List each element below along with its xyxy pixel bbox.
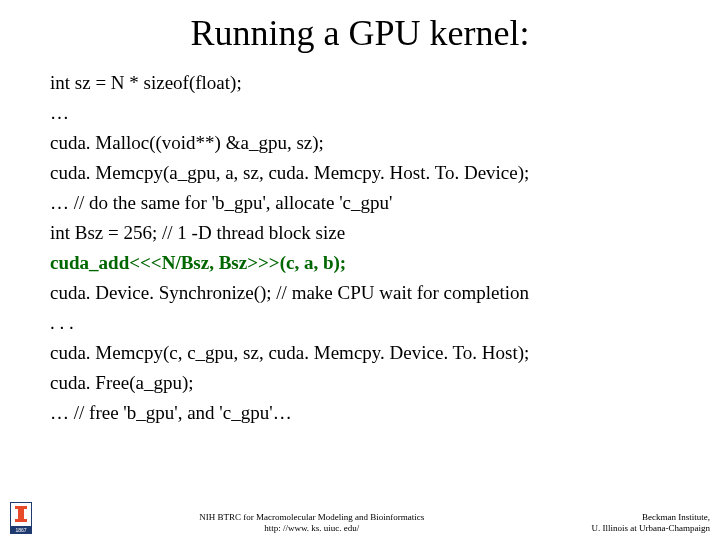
page-title: Running a GPU kernel: [50, 12, 670, 54]
code-line: … [50, 98, 670, 128]
illinois-logo: 1867 [10, 502, 32, 534]
code-line: … // do the same for 'b_gpu', allocate '… [50, 188, 670, 218]
footer-university: U. Illinois at Urbana-Champaign [592, 523, 710, 534]
logo-i-icon [10, 502, 32, 527]
code-block: int sz = N * sizeof(float); … cuda. Mall… [50, 68, 670, 428]
footer-center: NIH BTRC for Macromolecular Modeling and… [32, 512, 592, 535]
code-line: . . . [50, 308, 670, 338]
footer-org: NIH BTRC for Macromolecular Modeling and… [32, 512, 592, 523]
code-line: cuda. Memcpy(c, c_gpu, sz, cuda. Memcpy.… [50, 338, 670, 368]
footer-right: Beckman Institute, U. Illinois at Urbana… [592, 512, 710, 535]
footer-institute: Beckman Institute, [592, 512, 710, 523]
code-line: cuda. Malloc((void**) &a_gpu, sz); [50, 128, 670, 158]
code-line-highlight: cuda_add<<<N/Bsz, Bsz>>>(c, a, b); [50, 248, 670, 278]
code-line: cuda. Free(a_gpu); [50, 368, 670, 398]
code-line: … // free 'b_gpu', and 'c_gpu'… [50, 398, 670, 428]
slide: Running a GPU kernel: int sz = N * sizeo… [0, 0, 720, 540]
footer-url: http: //www. ks. uiuc. edu/ [32, 523, 592, 534]
logo-year: 1867 [10, 527, 32, 535]
code-line: int Bsz = 256; // 1 -D thread block size [50, 218, 670, 248]
code-line: int sz = N * sizeof(float); [50, 68, 670, 98]
code-line: cuda. Memcpy(a_gpu, a, sz, cuda. Memcpy.… [50, 158, 670, 188]
footer: 1867 NIH BTRC for Macromolecular Modelin… [0, 502, 720, 534]
code-line: cuda. Device. Synchronize(); // make CPU… [50, 278, 670, 308]
